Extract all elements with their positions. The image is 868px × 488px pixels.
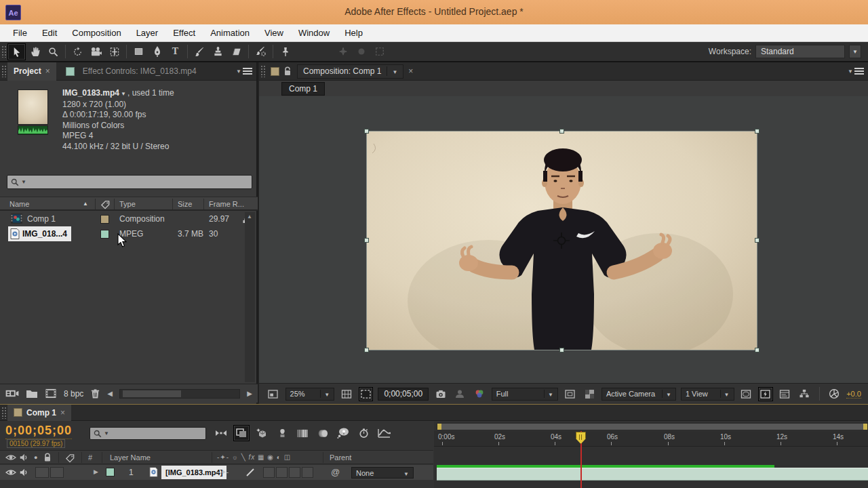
timeline-grip[interactable] bbox=[1, 407, 6, 419]
rectangle-tool[interactable] bbox=[130, 43, 148, 60]
switches-columns-icons[interactable]: -✦- ☼ ╲ fx ▦ ◉ ◐ ◫ bbox=[217, 453, 291, 461]
footage-thumbnail[interactable] bbox=[18, 89, 48, 125]
col-name[interactable]: Name bbox=[9, 200, 29, 208]
selection-tool[interactable] bbox=[7, 43, 26, 60]
clone-stamp-tool[interactable] bbox=[209, 43, 227, 60]
camera-view-dropdown[interactable]: Active Camera bbox=[601, 388, 676, 401]
pen-tool[interactable] bbox=[148, 43, 166, 60]
pan-behind-tool[interactable] bbox=[105, 43, 123, 60]
project-panel-grip[interactable] bbox=[1, 65, 6, 77]
project-horizontal-scrollbar[interactable] bbox=[119, 389, 240, 399]
view-layout-dropdown[interactable]: 1 View bbox=[681, 388, 734, 401]
selection-handle[interactable] bbox=[364, 348, 369, 352]
selection-handle[interactable] bbox=[755, 348, 760, 352]
video-column-icon[interactable] bbox=[5, 453, 16, 462]
magnification-dropdown[interactable]: 25% bbox=[285, 388, 335, 401]
puppet-pin-tool[interactable] bbox=[276, 43, 294, 60]
current-timecode[interactable]: 0;00;05;00 bbox=[5, 424, 72, 439]
zoom-tool[interactable] bbox=[44, 43, 62, 60]
expand-layer-icon[interactable] bbox=[94, 468, 98, 475]
workspace-select[interactable]: Standard bbox=[755, 45, 845, 58]
selection-handle[interactable] bbox=[364, 129, 369, 134]
layer-label-swatch[interactable] bbox=[106, 468, 115, 476]
camera-tool[interactable] bbox=[87, 43, 105, 60]
scroll-left-icon[interactable]: ◀ bbox=[107, 390, 113, 397]
menu-view[interactable]: View bbox=[257, 28, 291, 38]
menu-window[interactable]: Window bbox=[291, 28, 337, 38]
selection-handle[interactable] bbox=[755, 129, 760, 134]
transparency-grid-icon[interactable] bbox=[582, 387, 597, 401]
col-size[interactable]: Size bbox=[178, 200, 192, 208]
tab-effect-controls[interactable]: Effect Controls: IMG_0183.mp4 bbox=[83, 66, 197, 76]
layer-row[interactable]: 1 [IMG_0183.mp4] -✦- @ None bbox=[0, 465, 433, 480]
scroll-right-icon[interactable] bbox=[247, 390, 252, 397]
fast-previews-icon[interactable] bbox=[758, 387, 773, 401]
tab-project[interactable]: Project bbox=[7, 62, 56, 81]
video-frame[interactable] bbox=[367, 131, 757, 350]
brainstorm-button[interactable] bbox=[335, 425, 351, 441]
tab-composition[interactable]: Composition: Comp 1 bbox=[297, 64, 403, 79]
frame-blend-toggle[interactable] bbox=[276, 467, 288, 478]
shy-layers-button[interactable] bbox=[233, 425, 250, 441]
new-composition-icon[interactable] bbox=[45, 388, 57, 399]
workspace-dropdown-icon[interactable] bbox=[849, 45, 861, 58]
panel-menu-icon[interactable] bbox=[848, 68, 864, 75]
work-area-end-marker[interactable] bbox=[863, 424, 867, 430]
lock-icon[interactable] bbox=[283, 66, 292, 76]
menu-file[interactable]: File bbox=[5, 28, 35, 38]
menu-composition[interactable]: Composition bbox=[64, 28, 128, 38]
draft-3d-button[interactable] bbox=[254, 425, 270, 441]
frame-blending-button[interactable] bbox=[274, 425, 290, 441]
project-vertical-scrollbar[interactable] bbox=[245, 212, 255, 382]
target-region-icon[interactable] bbox=[563, 387, 578, 401]
menu-effect[interactable]: Effect bbox=[165, 28, 203, 38]
hand-tool[interactable] bbox=[26, 43, 44, 60]
bit-depth-button[interactable]: 8 bpc bbox=[64, 389, 83, 399]
scroll-up-icon[interactable] bbox=[247, 214, 252, 220]
lock-toggle[interactable] bbox=[50, 467, 64, 478]
parent-column[interactable]: Parent bbox=[330, 453, 351, 462]
channels-icon[interactable] bbox=[472, 387, 487, 401]
resolution-dropdown[interactable]: Full bbox=[492, 388, 558, 401]
trash-icon[interactable] bbox=[90, 388, 100, 399]
comp-mini-flowchart-button[interactable] bbox=[213, 425, 229, 441]
parent-pickwhip-icon[interactable]: @ bbox=[331, 467, 340, 477]
label-column-icon[interactable] bbox=[100, 199, 111, 209]
menu-layer[interactable]: Layer bbox=[129, 28, 166, 38]
motion-blur-button[interactable] bbox=[294, 425, 311, 441]
work-area-bar[interactable] bbox=[437, 423, 868, 430]
eraser-tool[interactable] bbox=[227, 43, 245, 60]
new-folder-icon[interactable] bbox=[26, 389, 38, 399]
motion-blur-toggle[interactable] bbox=[289, 467, 300, 478]
tab-timeline-comp1[interactable]: Comp 1 bbox=[7, 405, 71, 421]
menu-animation[interactable]: Animation bbox=[203, 28, 257, 38]
label-color-swatch[interactable] bbox=[100, 230, 109, 239]
label-column-icon[interactable] bbox=[65, 453, 75, 463]
rotation-tool[interactable] bbox=[68, 43, 87, 60]
solo-column-icon[interactable] bbox=[34, 454, 37, 461]
comp-tab-dropdown-icon[interactable] bbox=[387, 66, 397, 76]
layer-name[interactable]: [IMG_0183.mp4] bbox=[161, 466, 226, 479]
footage-name[interactable]: IMG_0183.mp4 bbox=[62, 88, 119, 98]
lock-column-icon[interactable] bbox=[43, 453, 52, 462]
timeline-button[interactable] bbox=[778, 387, 793, 401]
show-snapshot-icon[interactable] bbox=[453, 387, 468, 401]
selection-handle[interactable] bbox=[755, 238, 760, 243]
time-ruler[interactable]: 0:00s 02s 04s 06s 08s 10s 12s 14s bbox=[434, 431, 868, 447]
selected-item[interactable]: IMG_018...4 bbox=[8, 226, 71, 241]
comp-breadcrumb[interactable]: Comp 1 bbox=[281, 82, 325, 96]
table-row[interactable]: IMG_018...4 MPEG 3.7 MB 30 bbox=[0, 226, 258, 241]
effects-toggle[interactable] bbox=[263, 467, 275, 478]
col-frame-rate[interactable]: Frame R... bbox=[209, 200, 244, 208]
work-area-start-marker[interactable] bbox=[437, 424, 441, 430]
auto-keyframe-button[interactable] bbox=[355, 425, 372, 441]
parent-dropdown[interactable]: None bbox=[351, 467, 414, 479]
comp-panel-grip[interactable] bbox=[260, 65, 265, 77]
always-preview-icon[interactable] bbox=[266, 387, 281, 401]
exposure-value[interactable]: +0.0 bbox=[846, 390, 861, 399]
menu-help[interactable]: Help bbox=[337, 28, 370, 38]
layer-video-icon[interactable] bbox=[5, 468, 16, 476]
threed-toggle[interactable] bbox=[302, 467, 313, 478]
close-icon[interactable] bbox=[60, 408, 65, 418]
layer-name-column[interactable]: Layer Name bbox=[110, 453, 151, 462]
